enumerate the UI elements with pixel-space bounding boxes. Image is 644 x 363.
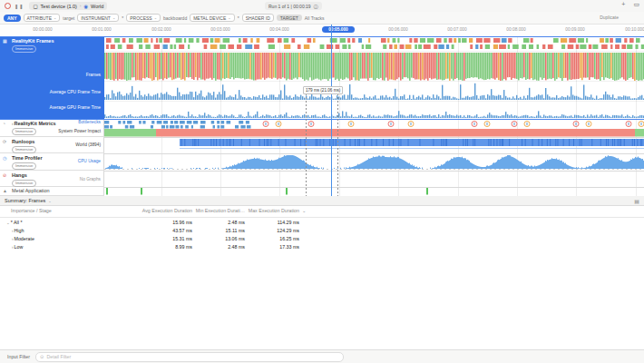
metal-track-icon: ▲ (3, 188, 7, 193)
table-row-moderate[interactable]: ›Moderate (12, 236, 34, 241)
sort-chevron-icon[interactable]: ⌄ (302, 208, 306, 213)
detail-pane-header[interactable]: Summary: Frames ⌄ ▤ (0, 196, 644, 206)
ruler-tick-selected: 00:05.000 (322, 26, 355, 33)
ruler-tick: 00:02.000 (145, 27, 178, 32)
app-name: World (91, 4, 103, 9)
ruler-tick: 00:00.000 (26, 27, 59, 32)
app-icon: ◉ (83, 4, 88, 9)
filter-token-process-value[interactable]: backboardd (163, 15, 187, 21)
ruler-tick: 00:06.000 (382, 27, 415, 32)
lane-label-no-graphs: No Graphs (80, 177, 101, 182)
filter-token-shader-id[interactable]: SHADER ID (242, 14, 274, 22)
time-profiler-track-icon: ◷ (3, 155, 6, 161)
ruler-tick: 00:07.000 (441, 27, 473, 32)
track-header-realitykit-frames[interactable]: ▦ RealityKit Frames Immersive Frames Ave… (0, 36, 104, 119)
disclosure-icon[interactable]: › (12, 245, 14, 250)
track-header-runloops[interactable]: ⟳ Runloops Immersive World (3894) (0, 137, 104, 153)
playhead[interactable] (331, 25, 332, 196)
cell-max: 17.33 ms (225, 244, 299, 250)
metrics-track-icon: ◔ (3, 121, 5, 126)
track-title: RealityKit Frames (12, 38, 54, 44)
pane-layout-icon[interactable]: ▤ (634, 198, 639, 204)
disclosure-icon[interactable]: › (12, 229, 14, 233)
col-importance-stage[interactable]: Importance / Stage (11, 208, 52, 213)
ruler-tick: 00:01.000 (85, 27, 118, 32)
filter-token-instrument[interactable]: INSTRUMENT⌄ (77, 14, 119, 22)
disclosure-open-icon[interactable]: ⌄ (6, 221, 10, 225)
pause-button[interactable]: ❚❚ (15, 4, 24, 9)
track-title: Hangs (12, 172, 27, 178)
filter-token-target[interactable]: TARGET (277, 15, 302, 21)
table-header-divider (0, 217, 644, 218)
track-badge: Immersive (12, 162, 36, 170)
chevron-down-icon: ⌄ (54, 15, 56, 20)
lane-label-avg-cpu-frame-time: Average CPU Frame Time (50, 90, 101, 94)
chevron-down-icon: ⌄ (112, 15, 115, 20)
detail-filter-input[interactable]: ⊙ Detail Filter (35, 352, 344, 362)
track-badge: Immersive (12, 128, 36, 135)
add-instrument-button[interactable]: + (621, 1, 625, 8)
range-end-line[interactable] (337, 86, 338, 196)
disclosure-icon[interactable]: › (12, 237, 14, 241)
filter-token-attribute[interactable]: ATTRIBUTE⌄ (24, 14, 61, 22)
frames-track-icon: ▦ (3, 38, 7, 44)
display-settings-icon[interactable]: ▭ (633, 1, 639, 8)
filter-token-any[interactable]: ANY (4, 15, 21, 22)
track-header-hangs[interactable]: ⊘ Hangs Immersive No Graphs (0, 171, 104, 187)
chevron-down-icon: ⌄ (154, 15, 157, 20)
run-info-badge[interactable]: Run 1 of 1 | 00:00:19 ⓘ (265, 2, 322, 10)
chevron-down-icon: ⌄ (228, 15, 230, 20)
device-icon: ▢ (33, 4, 37, 9)
filter-token-all-tracks[interactable]: All Tracks (305, 15, 325, 21)
chevron-right-icon: › (80, 4, 81, 8)
track-header-time-profiler[interactable]: ◷ Time Profiler Immersive CPU Usage (0, 153, 104, 171)
ruler-tick: 00:03.000 (204, 27, 237, 32)
run-info-label: Run 1 of 1 | 00:00:19 (268, 4, 311, 9)
filter-token-process[interactable]: PROCESS⌄ (126, 14, 161, 22)
record-button[interactable] (5, 3, 11, 9)
track-badge: Immersive (12, 45, 36, 53)
filter-token-wildcard[interactable]: * (122, 15, 123, 21)
detail-pane-title: Summary: Frames (5, 198, 45, 203)
selected-track-border-bottom (0, 119, 644, 120)
duplicate-button[interactable]: Duplicate (600, 15, 619, 20)
track-badge: Immersive (12, 180, 36, 187)
track-header-metal-application[interactable]: ▲ Metal Application (0, 187, 104, 196)
selected-track-border-top (0, 36, 644, 37)
track-badge: Immersive (12, 146, 36, 153)
chevron-down-icon[interactable]: ⌄ (48, 199, 51, 203)
lane-label-world-runloop: World (3894) (75, 142, 101, 147)
disclosure-icon[interactable]: › (12, 122, 14, 126)
main-toolbar: ❚❚ ▢ Test device (1.0) › ◉ World Run 1 o… (0, 0, 644, 13)
runloops-track-icon: ⟳ (3, 139, 6, 144)
filter-token-target-value[interactable]: target (63, 15, 74, 21)
input-filter-label: Input Filter (7, 354, 30, 359)
time-ruler[interactable]: 00:00.000 00:01.000 00:02.000 00:03.000 … (0, 25, 644, 37)
device-target-chip[interactable]: ▢ Test device (1.0) › ◉ World (29, 2, 107, 10)
track-header-realitykit-metrics[interactable]: ◔ ›RealityKit Metrics Immersive Bottlene… (0, 119, 104, 137)
hangs-track-icon: ⊘ (3, 172, 6, 178)
timeline-canvas[interactable] (104, 36, 644, 196)
detail-filter-placeholder: Detail Filter (46, 354, 71, 359)
track-title: Time Profiler (12, 155, 43, 161)
filter-token-wildcard2[interactable]: * (238, 15, 239, 21)
track-title: Runloops (12, 139, 34, 144)
ruler-tick: 00:08.000 (500, 27, 532, 32)
col-max-duration[interactable]: Max Execution Duration (225, 208, 299, 213)
info-icon: ⓘ (314, 4, 318, 9)
cell-max: 16.25 ms (225, 236, 299, 241)
filter-token-metal-device[interactable]: METAL DEVICE⌄ (190, 14, 234, 22)
lane-label-cpu-usage: CPU Usage (78, 159, 101, 163)
range-start-line[interactable] (306, 86, 307, 196)
filter-icon: ⊙ (40, 354, 44, 359)
table-row-all[interactable]: ⌄* All * (6, 220, 22, 225)
lane-label-frames: Frames (86, 73, 101, 77)
timeline-track-area: ▦ RealityKit Frames Immersive Frames Ave… (0, 36, 644, 196)
lane-label-bottlenecks: Bottlenecks (78, 120, 101, 124)
track-sidebar: ▦ RealityKit Frames Immersive Frames Ave… (0, 36, 104, 196)
track-filter-bar: ANY ATTRIBUTE⌄ target INSTRUMENT⌄ * PROC… (0, 12, 644, 25)
table-row-low[interactable]: ›Low (12, 244, 23, 250)
table-row-high[interactable]: ›High (12, 228, 24, 233)
duration-tooltip: 179 ms (21.06 ms) (303, 86, 343, 94)
track-title: ›RealityKit Metrics (12, 121, 56, 126)
